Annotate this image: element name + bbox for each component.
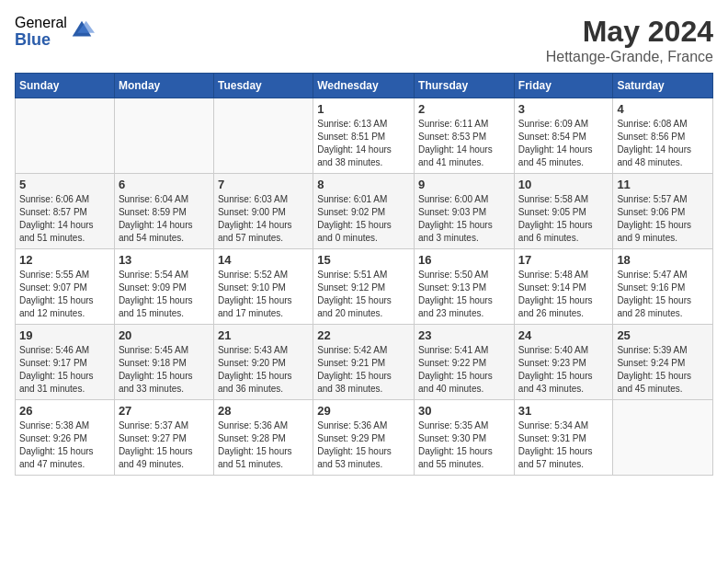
logo-general: General xyxy=(15,15,67,31)
day-number: 12 xyxy=(19,253,110,267)
day-number: 31 xyxy=(518,404,609,418)
week-row-2: 5Sunrise: 6:06 AM Sunset: 8:57 PM Daylig… xyxy=(16,174,713,249)
day-cell: 9Sunrise: 6:00 AM Sunset: 9:03 PM Daylig… xyxy=(415,174,515,249)
day-info: Sunrise: 5:57 AM Sunset: 9:06 PM Dayligh… xyxy=(617,193,709,245)
logo-blue: Blue xyxy=(15,31,67,50)
calendar-header: SundayMondayTuesdayWednesdayThursdayFrid… xyxy=(16,74,713,98)
day-info: Sunrise: 6:03 AM Sunset: 9:00 PM Dayligh… xyxy=(218,193,309,245)
day-cell: 16Sunrise: 5:50 AM Sunset: 9:13 PM Dayli… xyxy=(415,249,515,325)
day-cell: 23Sunrise: 5:41 AM Sunset: 9:22 PM Dayli… xyxy=(415,325,515,400)
day-cell: 28Sunrise: 5:36 AM Sunset: 9:28 PM Dayli… xyxy=(213,400,313,476)
day-info: Sunrise: 5:43 AM Sunset: 9:20 PM Dayligh… xyxy=(218,344,309,396)
day-number: 27 xyxy=(119,404,210,418)
page-header: General Blue May 2024 Hettange-Grande, F… xyxy=(15,15,713,65)
day-info: Sunrise: 6:04 AM Sunset: 8:59 PM Dayligh… xyxy=(119,193,210,245)
day-number: 13 xyxy=(119,253,210,267)
header-cell-wednesday: Wednesday xyxy=(313,74,415,98)
day-info: Sunrise: 6:09 AM Sunset: 8:54 PM Dayligh… xyxy=(518,118,609,169)
day-cell: 12Sunrise: 5:55 AM Sunset: 9:07 PM Dayli… xyxy=(16,249,115,325)
title-block: May 2024 Hettange-Grande, France xyxy=(546,15,713,65)
day-cell: 30Sunrise: 5:35 AM Sunset: 9:30 PM Dayli… xyxy=(415,400,515,476)
day-cell: 8Sunrise: 6:01 AM Sunset: 9:02 PM Daylig… xyxy=(313,174,415,249)
day-cell: 25Sunrise: 5:39 AM Sunset: 9:24 PM Dayli… xyxy=(613,325,713,400)
day-cell: 15Sunrise: 5:51 AM Sunset: 9:12 PM Dayli… xyxy=(313,249,415,325)
day-cell: 2Sunrise: 6:11 AM Sunset: 8:53 PM Daylig… xyxy=(415,98,515,174)
month-title: May 2024 xyxy=(546,15,713,49)
day-cell: 14Sunrise: 5:52 AM Sunset: 9:10 PM Dayli… xyxy=(213,249,313,325)
day-info: Sunrise: 5:35 AM Sunset: 9:30 PM Dayligh… xyxy=(418,419,510,471)
day-cell: 20Sunrise: 5:45 AM Sunset: 9:18 PM Dayli… xyxy=(114,325,213,400)
day-info: Sunrise: 5:58 AM Sunset: 9:05 PM Dayligh… xyxy=(518,193,609,245)
day-info: Sunrise: 5:45 AM Sunset: 9:18 PM Dayligh… xyxy=(119,344,210,396)
day-cell: 17Sunrise: 5:48 AM Sunset: 9:14 PM Dayli… xyxy=(514,249,613,325)
day-cell: 13Sunrise: 5:54 AM Sunset: 9:09 PM Dayli… xyxy=(114,249,213,325)
day-info: Sunrise: 5:41 AM Sunset: 9:22 PM Dayligh… xyxy=(418,344,510,396)
header-row: SundayMondayTuesdayWednesdayThursdayFrid… xyxy=(16,74,713,98)
day-cell: 4Sunrise: 6:08 AM Sunset: 8:56 PM Daylig… xyxy=(613,98,713,174)
day-number: 10 xyxy=(518,178,609,191)
day-cell: 29Sunrise: 5:36 AM Sunset: 9:29 PM Dayli… xyxy=(313,400,415,476)
week-row-5: 26Sunrise: 5:38 AM Sunset: 9:26 PM Dayli… xyxy=(16,400,713,476)
day-info: Sunrise: 5:42 AM Sunset: 9:21 PM Dayligh… xyxy=(317,344,410,396)
day-number: 4 xyxy=(617,102,709,116)
day-number: 30 xyxy=(418,404,510,418)
day-cell: 19Sunrise: 5:46 AM Sunset: 9:17 PM Dayli… xyxy=(16,325,115,400)
week-row-3: 12Sunrise: 5:55 AM Sunset: 9:07 PM Dayli… xyxy=(16,249,713,325)
day-cell: 22Sunrise: 5:42 AM Sunset: 9:21 PM Dayli… xyxy=(313,325,415,400)
day-number: 1 xyxy=(317,102,410,116)
day-info: Sunrise: 6:08 AM Sunset: 8:56 PM Dayligh… xyxy=(617,118,709,169)
day-cell xyxy=(613,400,713,476)
day-cell: 5Sunrise: 6:06 AM Sunset: 8:57 PM Daylig… xyxy=(16,174,115,249)
day-cell: 21Sunrise: 5:43 AM Sunset: 9:20 PM Dayli… xyxy=(213,325,313,400)
week-row-1: 1Sunrise: 6:13 AM Sunset: 8:51 PM Daylig… xyxy=(16,98,713,174)
day-info: Sunrise: 5:51 AM Sunset: 9:12 PM Dayligh… xyxy=(317,269,410,320)
day-number: 20 xyxy=(119,328,210,342)
day-info: Sunrise: 6:00 AM Sunset: 9:03 PM Dayligh… xyxy=(418,193,510,245)
day-info: Sunrise: 5:37 AM Sunset: 9:27 PM Dayligh… xyxy=(119,419,210,471)
day-number: 26 xyxy=(19,404,110,418)
day-info: Sunrise: 5:46 AM Sunset: 9:17 PM Dayligh… xyxy=(19,344,110,396)
day-info: Sunrise: 5:47 AM Sunset: 9:16 PM Dayligh… xyxy=(617,269,709,320)
day-number: 15 xyxy=(317,253,410,267)
day-number: 22 xyxy=(317,328,410,342)
day-info: Sunrise: 5:52 AM Sunset: 9:10 PM Dayligh… xyxy=(218,269,309,320)
day-cell: 31Sunrise: 5:34 AM Sunset: 9:31 PM Dayli… xyxy=(514,400,613,476)
day-number: 18 xyxy=(617,253,709,267)
day-number: 14 xyxy=(218,253,309,267)
day-number: 3 xyxy=(518,102,609,116)
calendar-body: 1Sunrise: 6:13 AM Sunset: 8:51 PM Daylig… xyxy=(16,98,713,476)
day-number: 17 xyxy=(518,253,609,267)
day-cell: 27Sunrise: 5:37 AM Sunset: 9:27 PM Dayli… xyxy=(114,400,213,476)
calendar-table: SundayMondayTuesdayWednesdayThursdayFrid… xyxy=(15,73,713,476)
day-cell: 26Sunrise: 5:38 AM Sunset: 9:26 PM Dayli… xyxy=(16,400,115,476)
location: Hettange-Grande, France xyxy=(546,49,713,65)
day-cell: 3Sunrise: 6:09 AM Sunset: 8:54 PM Daylig… xyxy=(514,98,613,174)
day-cell: 1Sunrise: 6:13 AM Sunset: 8:51 PM Daylig… xyxy=(313,98,415,174)
logo-text: General Blue xyxy=(15,15,67,49)
day-number: 25 xyxy=(617,328,709,342)
day-number: 29 xyxy=(317,404,410,418)
day-cell xyxy=(16,98,115,174)
header-cell-sunday: Sunday xyxy=(16,74,115,98)
day-info: Sunrise: 5:34 AM Sunset: 9:31 PM Dayligh… xyxy=(518,419,609,471)
header-cell-monday: Monday xyxy=(114,74,213,98)
day-cell: 10Sunrise: 5:58 AM Sunset: 9:05 PM Dayli… xyxy=(514,174,613,249)
day-cell: 24Sunrise: 5:40 AM Sunset: 9:23 PM Dayli… xyxy=(514,325,613,400)
day-number: 11 xyxy=(617,178,709,191)
logo: General Blue xyxy=(15,15,95,49)
day-number: 28 xyxy=(218,404,309,418)
day-number: 7 xyxy=(218,178,309,191)
day-number: 8 xyxy=(317,178,410,191)
day-number: 2 xyxy=(418,102,510,116)
day-cell: 11Sunrise: 5:57 AM Sunset: 9:06 PM Dayli… xyxy=(613,174,713,249)
day-number: 23 xyxy=(418,328,510,342)
day-number: 21 xyxy=(218,328,309,342)
day-cell xyxy=(213,98,313,174)
day-info: Sunrise: 6:01 AM Sunset: 9:02 PM Dayligh… xyxy=(317,193,410,245)
day-info: Sunrise: 5:38 AM Sunset: 9:26 PM Dayligh… xyxy=(19,419,110,471)
day-number: 19 xyxy=(19,328,110,342)
day-number: 6 xyxy=(119,178,210,191)
day-cell: 6Sunrise: 6:04 AM Sunset: 8:59 PM Daylig… xyxy=(114,174,213,249)
day-info: Sunrise: 6:11 AM Sunset: 8:53 PM Dayligh… xyxy=(418,118,510,169)
day-cell: 18Sunrise: 5:47 AM Sunset: 9:16 PM Dayli… xyxy=(613,249,713,325)
